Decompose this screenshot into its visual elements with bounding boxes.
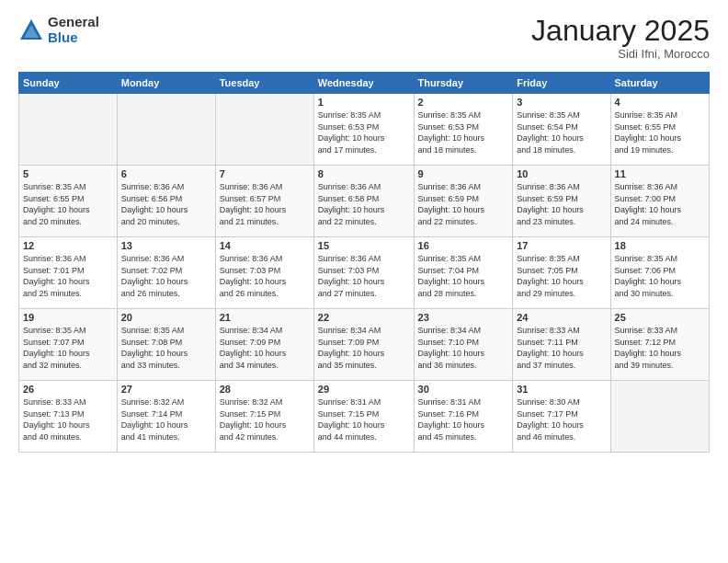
day-info: Sunrise: 8:33 AMSunset: 7:13 PMDaylight:… (23, 396, 113, 442)
day-info: Sunrise: 8:35 AMSunset: 6:53 PMDaylight:… (318, 109, 410, 155)
day-number: 27 (121, 384, 211, 395)
logo-text: General Blue (48, 15, 99, 45)
day-number: 7 (220, 168, 310, 179)
location: Sidi Ifni, Morocco (531, 47, 710, 61)
day-info: Sunrise: 8:36 AMSunset: 6:56 PMDaylight:… (121, 181, 211, 227)
day-info: Sunrise: 8:35 AMSunset: 6:54 PMDaylight:… (517, 109, 606, 155)
day-info: Sunrise: 8:33 AMSunset: 7:12 PMDaylight:… (615, 325, 705, 371)
calendar-cell: 28Sunrise: 8:32 AMSunset: 7:15 PMDayligh… (215, 381, 313, 453)
calendar-cell: 27Sunrise: 8:32 AMSunset: 7:14 PMDayligh… (117, 381, 215, 453)
day-info: Sunrise: 8:36 AMSunset: 7:03 PMDaylight:… (220, 253, 310, 299)
calendar-cell: 13Sunrise: 8:36 AMSunset: 7:02 PMDayligh… (117, 237, 215, 309)
day-number: 12 (23, 240, 113, 251)
day-number: 1 (318, 97, 410, 108)
calendar-cell (19, 94, 118, 166)
day-number: 18 (615, 240, 705, 251)
calendar-header-sunday: Sunday (19, 73, 118, 94)
day-number: 13 (121, 240, 211, 251)
calendar-cell: 21Sunrise: 8:34 AMSunset: 7:09 PMDayligh… (215, 309, 313, 381)
calendar-cell: 22Sunrise: 8:34 AMSunset: 7:09 PMDayligh… (313, 309, 414, 381)
calendar-header-thursday: Thursday (414, 73, 513, 94)
calendar-week-row: 26Sunrise: 8:33 AMSunset: 7:13 PMDayligh… (19, 381, 710, 453)
day-info: Sunrise: 8:36 AMSunset: 6:59 PMDaylight:… (517, 181, 606, 227)
day-info: Sunrise: 8:36 AMSunset: 6:59 PMDaylight:… (418, 181, 509, 227)
day-number: 19 (23, 312, 113, 323)
calendar-cell: 19Sunrise: 8:35 AMSunset: 7:07 PMDayligh… (19, 309, 118, 381)
day-info: Sunrise: 8:35 AMSunset: 6:55 PMDaylight:… (615, 109, 705, 155)
logo: General Blue (18, 15, 99, 45)
day-info: Sunrise: 8:32 AMSunset: 7:15 PMDaylight:… (220, 396, 310, 442)
calendar-cell: 15Sunrise: 8:36 AMSunset: 7:03 PMDayligh… (313, 237, 414, 309)
calendar-week-row: 1Sunrise: 8:35 AMSunset: 6:53 PMDaylight… (19, 94, 710, 166)
day-number: 25 (615, 312, 705, 323)
calendar-cell: 5Sunrise: 8:35 AMSunset: 6:55 PMDaylight… (19, 166, 118, 237)
day-number: 2 (418, 97, 509, 108)
calendar-cell: 2Sunrise: 8:35 AMSunset: 6:53 PMDaylight… (414, 94, 513, 166)
day-info: Sunrise: 8:33 AMSunset: 7:11 PMDaylight:… (517, 325, 606, 371)
day-number: 31 (517, 384, 606, 395)
day-number: 3 (517, 97, 606, 108)
calendar-cell (117, 94, 215, 166)
day-number: 4 (615, 97, 705, 108)
calendar-cell: 1Sunrise: 8:35 AMSunset: 6:53 PMDaylight… (313, 94, 414, 166)
calendar-cell: 25Sunrise: 8:33 AMSunset: 7:12 PMDayligh… (610, 309, 709, 381)
calendar-cell: 8Sunrise: 8:36 AMSunset: 6:58 PMDaylight… (313, 166, 414, 237)
calendar-cell: 6Sunrise: 8:36 AMSunset: 6:56 PMDaylight… (117, 166, 215, 237)
day-info: Sunrise: 8:31 AMSunset: 7:16 PMDaylight:… (418, 396, 509, 442)
logo-blue-text: Blue (48, 30, 99, 46)
calendar-cell: 31Sunrise: 8:30 AMSunset: 7:17 PMDayligh… (513, 381, 610, 453)
day-info: Sunrise: 8:35 AMSunset: 7:05 PMDaylight:… (517, 253, 606, 299)
calendar-week-row: 19Sunrise: 8:35 AMSunset: 7:07 PMDayligh… (19, 309, 710, 381)
calendar-table: SundayMondayTuesdayWednesdayThursdayFrid… (18, 72, 710, 453)
day-info: Sunrise: 8:36 AMSunset: 7:00 PMDaylight:… (615, 181, 705, 227)
day-number: 28 (220, 384, 310, 395)
day-info: Sunrise: 8:34 AMSunset: 7:10 PMDaylight:… (418, 325, 509, 371)
day-info: Sunrise: 8:36 AMSunset: 7:01 PMDaylight:… (23, 253, 113, 299)
day-number: 8 (318, 168, 410, 179)
day-number: 20 (121, 312, 211, 323)
day-info: Sunrise: 8:34 AMSunset: 7:09 PMDaylight:… (318, 325, 410, 371)
day-info: Sunrise: 8:36 AMSunset: 7:02 PMDaylight:… (121, 253, 211, 299)
calendar-cell: 3Sunrise: 8:35 AMSunset: 6:54 PMDaylight… (513, 94, 610, 166)
day-info: Sunrise: 8:35 AMSunset: 7:07 PMDaylight:… (23, 325, 113, 371)
calendar-cell: 30Sunrise: 8:31 AMSunset: 7:16 PMDayligh… (414, 381, 513, 453)
day-number: 15 (318, 240, 410, 251)
calendar-week-row: 5Sunrise: 8:35 AMSunset: 6:55 PMDaylight… (19, 166, 710, 237)
calendar-header-tuesday: Tuesday (215, 73, 313, 94)
day-info: Sunrise: 8:36 AMSunset: 7:03 PMDaylight:… (318, 253, 410, 299)
day-info: Sunrise: 8:31 AMSunset: 7:15 PMDaylight:… (318, 396, 410, 442)
day-number: 16 (418, 240, 509, 251)
day-number: 26 (23, 384, 113, 395)
day-number: 14 (220, 240, 310, 251)
calendar-cell (215, 94, 313, 166)
title-area: January 2025 Sidi Ifni, Morocco (531, 15, 710, 61)
logo-general-text: General (48, 15, 99, 30)
calendar-header-friday: Friday (513, 73, 610, 94)
day-number: 10 (517, 168, 606, 179)
day-number: 30 (418, 384, 509, 395)
day-info: Sunrise: 8:34 AMSunset: 7:09 PMDaylight:… (220, 325, 310, 371)
day-number: 23 (418, 312, 509, 323)
calendar-header-wednesday: Wednesday (313, 73, 414, 94)
calendar-cell: 4Sunrise: 8:35 AMSunset: 6:55 PMDaylight… (610, 94, 709, 166)
calendar-cell: 9Sunrise: 8:36 AMSunset: 6:59 PMDaylight… (414, 166, 513, 237)
calendar-cell: 7Sunrise: 8:36 AMSunset: 6:57 PMDaylight… (215, 166, 313, 237)
calendar-header-saturday: Saturday (610, 73, 709, 94)
day-info: Sunrise: 8:30 AMSunset: 7:17 PMDaylight:… (517, 396, 606, 442)
day-number: 6 (121, 168, 211, 179)
calendar-week-row: 12Sunrise: 8:36 AMSunset: 7:01 PMDayligh… (19, 237, 710, 309)
day-number: 17 (517, 240, 606, 251)
page-container: General Blue January 2025 Sidi Ifni, Mor… (0, 0, 728, 563)
logo-icon (18, 17, 44, 43)
day-info: Sunrise: 8:32 AMSunset: 7:14 PMDaylight:… (121, 396, 211, 442)
day-info: Sunrise: 8:35 AMSunset: 7:08 PMDaylight:… (121, 325, 211, 371)
calendar-cell: 10Sunrise: 8:36 AMSunset: 6:59 PMDayligh… (513, 166, 610, 237)
day-number: 9 (418, 168, 509, 179)
calendar-header-row: SundayMondayTuesdayWednesdayThursdayFrid… (19, 73, 710, 94)
calendar-cell: 20Sunrise: 8:35 AMSunset: 7:08 PMDayligh… (117, 309, 215, 381)
day-number: 11 (615, 168, 705, 179)
day-info: Sunrise: 8:36 AMSunset: 6:58 PMDaylight:… (318, 181, 410, 227)
calendar-cell: 23Sunrise: 8:34 AMSunset: 7:10 PMDayligh… (414, 309, 513, 381)
calendar-cell: 17Sunrise: 8:35 AMSunset: 7:05 PMDayligh… (513, 237, 610, 309)
day-number: 29 (318, 384, 410, 395)
